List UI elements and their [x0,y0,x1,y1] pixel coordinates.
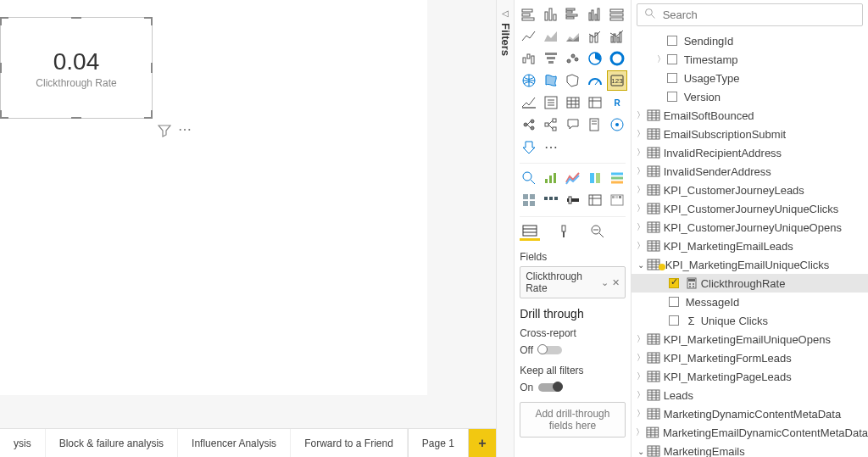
page-tab[interactable]: Influencer Analysis [178,429,291,457]
arcgis-icon[interactable] [608,115,626,134]
svg-line-66 [548,120,553,125]
fields-search[interactable] [637,3,863,26]
resize-handle[interactable] [71,117,81,119]
resize-handle[interactable] [0,17,8,25]
custom-visual-icon[interactable] [564,191,582,209]
page-tab[interactable]: ysis [0,429,46,457]
table-MarketingDynamicContentMetaData[interactable]: 〉MarketingDynamicContentMetaData [632,404,868,423]
waterfall-icon[interactable] [520,49,538,68]
table-KPI_MarketingFormLeads[interactable]: 〉KPI_MarketingFormLeads [632,348,868,367]
expand-icon[interactable]: ◁ [502,8,509,18]
resize-handle[interactable] [144,110,153,119]
slicer-icon[interactable] [542,93,560,112]
drill-drop-zone[interactable]: Add drill-through fields here [520,402,625,437]
resize-handle[interactable] [71,17,81,19]
key-influencers-icon[interactable] [520,115,538,134]
clustered-bar-icon[interactable] [564,5,582,24]
svg-rect-27 [527,54,530,59]
line-chart-icon[interactable] [520,27,538,46]
field-Version[interactable]: Version [632,87,868,106]
r-visual-icon[interactable]: R [608,93,626,112]
custom-visual-icon[interactable] [608,191,626,209]
table-MarketingEmailDynamicContentMetaData[interactable]: 〉MarketingEmailDynamicContentMetaData [632,423,868,442]
format-pane-button[interactable] [554,222,574,241]
filters-pane-collapsed[interactable]: ◁ Filters [496,0,515,457]
visualizations-panel: 123 R Py ⋯ [515,0,631,457]
filter-icon[interactable] [158,124,171,140]
svg-rect-30 [547,57,555,59]
table-EmailSoftBounced[interactable]: 〉EmailSoftBounced [632,106,868,125]
funnel-icon[interactable] [542,49,560,68]
paginated-icon[interactable] [586,115,604,134]
stacked-column-icon[interactable] [542,5,560,24]
map-icon[interactable] [520,71,538,90]
custom-visual-icon[interactable] [542,169,560,187]
line-column-icon[interactable] [586,27,604,46]
line-clustered-icon[interactable] [608,27,626,46]
get-more-icon[interactable] [520,137,538,156]
field-Unique Clicks[interactable]: ΣUnique Clicks [632,311,868,330]
field-MessageId[interactable]: MessageId [632,293,868,311]
field-ClickthroughRate[interactable]: ClickthroughRate [632,274,868,293]
custom-visual-icon[interactable] [564,169,582,187]
shape-map-icon[interactable] [564,71,582,90]
table-InvalidRecipientAddress[interactable]: 〉InvalidRecipientAddress [632,143,868,162]
pie-chart-icon[interactable] [586,49,604,68]
cross-report-toggle[interactable]: Off [520,344,625,356]
resize-handle[interactable] [0,63,2,73]
more-icon[interactable]: ⋯ [178,124,192,140]
gauge-icon[interactable] [586,71,604,90]
table-KPI_MarketingEmailLeads[interactable]: 〉KPI_MarketingEmailLeads [632,237,868,255]
stacked-bar-icon[interactable] [520,5,538,24]
custom-visual-icon[interactable] [542,191,560,209]
add-page-button[interactable]: + [469,429,496,457]
table-KPI_CustomerJourneyUniqueOpens[interactable]: 〉KPI_CustomerJourneyUniqueOpens [632,218,868,237]
search-icon[interactable] [520,169,538,187]
kpi-icon[interactable] [520,93,538,112]
custom-visual-icon[interactable] [586,191,604,209]
donut-chart-icon[interactable] [608,49,626,68]
field-well[interactable]: Clickthrough Rate ⌄ ✕ [520,266,625,298]
card-icon[interactable]: 123 [608,71,626,90]
page-tab[interactable]: Forward to a Friend [291,429,408,457]
analytics-pane-button[interactable] [587,222,608,241]
table-Leads[interactable]: 〉Leads [632,386,868,404]
decomposition-icon[interactable] [542,115,560,134]
table-KPI_MarketingEmailUniqueOpens[interactable]: 〉KPI_MarketingEmailUniqueOpens [632,330,868,348]
custom-visual-icon[interactable] [586,169,604,187]
table-KPI_CustomerJourneyUniqueClicks[interactable]: 〉KPI_CustomerJourneyUniqueClicks [632,199,868,218]
search-input[interactable] [663,8,855,21]
field-SendingId[interactable]: SendingId [632,31,868,50]
chevron-down-icon[interactable]: ⌄ [601,277,609,288]
resize-handle[interactable] [144,17,153,25]
qna-icon[interactable] [564,115,582,134]
custom-visual-icon[interactable] [608,169,626,187]
table-icon[interactable] [564,93,582,112]
keep-filters-toggle[interactable]: On [520,382,625,393]
stacked-area-icon[interactable] [564,27,582,46]
table-KPI_MarketingPageLeads[interactable]: 〉KPI_MarketingPageLeads [632,367,868,386]
more-visuals-icon[interactable]: ⋯ [542,137,560,156]
page-tab[interactable]: Block & failure analysis [46,429,178,457]
resize-handle[interactable] [0,110,8,119]
fields-pane-button[interactable] [520,222,540,241]
card-visual[interactable]: 0.04 Clickthrough Rate ⋯ [0,17,153,119]
area-chart-icon[interactable] [542,27,560,46]
filled-map-icon[interactable] [542,71,560,90]
table-EmailSubscriptionSubmit[interactable]: 〉EmailSubscriptionSubmit [632,125,868,143]
clustered-column-icon[interactable] [586,5,604,24]
table-MarketingEmails[interactable]: ⌄MarketingEmails [632,442,868,457]
table-KPI_MarketingEmailUniqueClicks[interactable]: ⌄KPI_MarketingEmailUniqueClicks [632,255,868,274]
svg-rect-89 [530,194,535,199]
page-tab-active[interactable]: Page 1 [408,429,469,457]
field-Timestamp[interactable]: 〉Timestamp [632,50,868,69]
remove-field-icon[interactable]: ✕ [612,277,620,288]
resize-handle[interactable] [151,63,153,73]
matrix-icon[interactable] [586,93,604,112]
stacked100-bar-icon[interactable] [608,5,626,24]
table-InvalidSenderAddress[interactable]: 〉InvalidSenderAddress [632,162,868,181]
field-UsageType[interactable]: UsageType [632,69,868,87]
scatter-icon[interactable] [564,49,582,68]
custom-visual-icon[interactable] [520,191,538,209]
table-KPI_CustomerJourneyLeads[interactable]: 〉KPI_CustomerJourneyLeads [632,181,868,199]
